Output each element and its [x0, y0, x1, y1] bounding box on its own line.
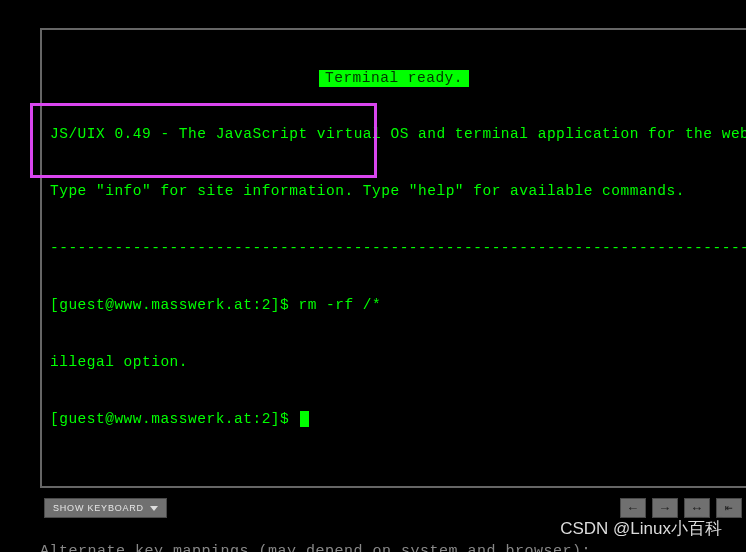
command-line-1: [guest@www.masswerk.at:2]$ rm -rf /* [50, 296, 738, 315]
arrow-button-group: ← → ↔ ⇤ [620, 498, 742, 518]
ready-banner-line: Terminal ready. [50, 70, 738, 87]
arrow-last-button[interactable]: ⇤ [716, 498, 742, 518]
prompt-1: [guest@www.masswerk.at:2]$ [50, 297, 298, 313]
ready-banner: Terminal ready. [319, 70, 469, 87]
chevron-down-icon [150, 506, 158, 511]
arrow-rewind-icon: ⇤ [725, 500, 733, 516]
command-line-2[interactable]: [guest@www.masswerk.at:2]$ [50, 410, 738, 429]
arrow-both-icon: ↔ [693, 501, 701, 516]
output-line-1: illegal option. [50, 353, 738, 372]
watermark: CSDN @Linux小百科 [560, 517, 722, 540]
cursor-icon [300, 411, 309, 427]
arrow-right-icon: → [661, 501, 669, 516]
show-keyboard-button[interactable]: SHOW KEYBOARD [44, 498, 167, 518]
arrow-forward-button[interactable]: → [652, 498, 678, 518]
prompt-2: [guest@www.masswerk.at:2]$ [50, 411, 298, 427]
command-1: rm -rf /* [298, 297, 381, 313]
bottom-cutoff-text: Alternate key mappings (may depend on sy… [40, 543, 591, 552]
intro-line-2: Type "info" for site information. Type "… [50, 182, 738, 201]
terminal-content: Terminal ready. JS/UIX 0.49 - The JavaSc… [42, 30, 746, 475]
arrow-left-icon: ← [629, 501, 637, 516]
divider-line: ----------------------------------------… [50, 239, 738, 258]
show-keyboard-label: SHOW KEYBOARD [53, 503, 144, 513]
intro-line-1: JS/UIX 0.49 - The JavaScript virtual OS … [50, 125, 738, 144]
toolbar: SHOW KEYBOARD ← → ↔ ⇤ [44, 498, 742, 518]
terminal-window[interactable]: Terminal ready. JS/UIX 0.49 - The JavaSc… [40, 28, 746, 488]
arrow-back-button[interactable]: ← [620, 498, 646, 518]
arrow-both-button[interactable]: ↔ [684, 498, 710, 518]
